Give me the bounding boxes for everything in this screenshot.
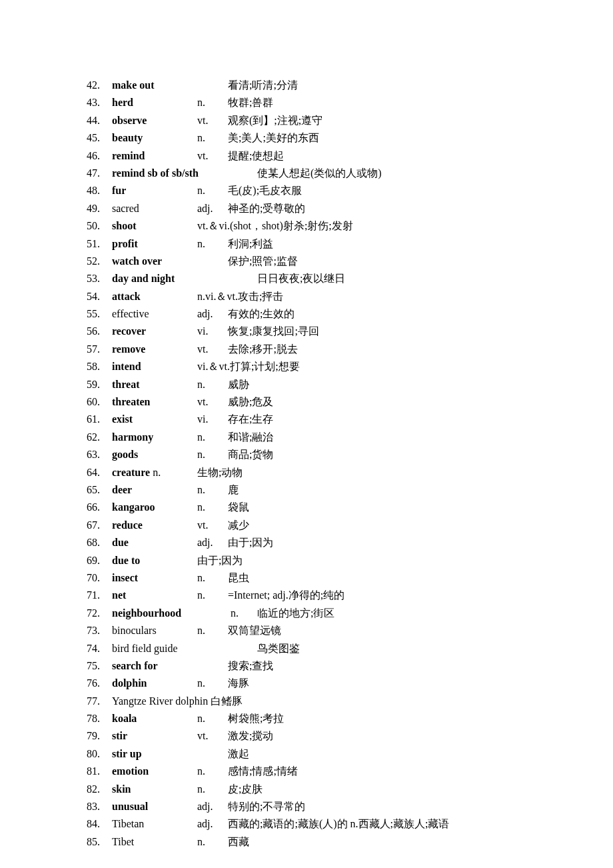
vocab-entry: 52.watch over保护;照管;监督 xyxy=(87,253,573,270)
entry-definition: 看清;听清;分清 xyxy=(228,77,298,94)
entry-number: 80. xyxy=(87,745,112,763)
entry-pos: n. xyxy=(197,376,228,393)
entry-word: threat xyxy=(112,376,197,393)
entry-number: 44. xyxy=(87,112,112,129)
entry-word: reduce xyxy=(112,517,197,534)
entry-number: 46. xyxy=(87,147,112,165)
entry-word: bird field guide xyxy=(112,640,231,657)
entry-definition: 观察(到】;注视;遵守 xyxy=(228,112,322,129)
vocabulary-list: 42.make out看清;听清;分清43.herdn.牧群;兽群44.obse… xyxy=(87,77,573,851)
entry-pos: n. xyxy=(197,94,228,111)
entry-number: 45. xyxy=(87,129,112,147)
entry-pos: n. xyxy=(197,182,228,199)
entry-pos: n. xyxy=(197,833,228,851)
entry-number: 50. xyxy=(87,217,112,235)
vocab-entry: 42.make out看清;听清;分清 xyxy=(87,77,573,94)
vocab-entry: 50.shootvt.＆vi.(shot，shot)射杀;射伤;发射 xyxy=(87,217,573,235)
vocab-entry: 56.recovervi.恢复;康复找回;寻回 xyxy=(87,323,573,340)
entry-definition: 鹿 xyxy=(228,481,239,499)
entry-number: 74. xyxy=(87,640,112,657)
entry-pos: n. xyxy=(197,622,228,639)
vocab-entry: 62.harmonyn.和谐;融治 xyxy=(87,429,573,446)
entry-word: intend xyxy=(112,358,197,375)
entry-number: 84. xyxy=(87,815,112,833)
entry-pos: n. xyxy=(197,481,228,499)
entry-definition: 树袋熊;考拉 xyxy=(228,710,284,727)
entry-word: goods xyxy=(112,446,197,463)
entry-number: 47. xyxy=(87,165,112,182)
entry-word: Tibet xyxy=(112,833,197,851)
entry-word: Yangtze River dolphin xyxy=(112,695,208,707)
entry-pos: n. xyxy=(197,675,228,692)
entry-definition: 利洞;利益 xyxy=(228,235,273,253)
entry-word: koala xyxy=(112,710,197,727)
entry-number: 58. xyxy=(87,358,112,375)
entry-number: 56. xyxy=(87,323,112,340)
entry-number: 75. xyxy=(87,657,112,675)
entry-word: kangaroo xyxy=(112,499,197,516)
entry-pos: n. xyxy=(197,763,228,780)
entry-pos: adj. xyxy=(197,815,228,833)
vocab-entry: 49.sacredadj.神圣的;受尊敬的 xyxy=(87,200,573,217)
entry-word: recover xyxy=(112,323,197,340)
vocab-entry: 85.Tibetn.西藏 xyxy=(87,833,573,851)
entry-definition: 白鳍豚 xyxy=(211,695,243,707)
entry-word: observe xyxy=(112,112,197,129)
entry-number: 62. xyxy=(87,429,112,446)
entry-word: creature n. xyxy=(112,464,197,481)
entry-number: 43. xyxy=(87,94,112,111)
entry-number: 63. xyxy=(87,446,112,463)
entry-number: 64. xyxy=(87,464,112,481)
entry-word: due xyxy=(112,534,197,551)
entry-definition: 由于;因为 xyxy=(228,534,273,551)
entry-pos: vi. xyxy=(197,411,228,428)
entry-definition: 生物;动物 xyxy=(197,464,243,481)
entry-definition: 激发;搅动 xyxy=(228,727,273,745)
entry-number: 81. xyxy=(87,763,112,780)
entry-number: 48. xyxy=(87,182,112,199)
entry-pos: vt. xyxy=(197,727,228,745)
vocab-entry: 65.deern.鹿 xyxy=(87,481,573,499)
entry-word: insect xyxy=(112,569,197,587)
vocab-entry: 59.threatn.威胁 xyxy=(87,376,573,393)
entry-definition: 鸟类图鉴 xyxy=(257,640,300,657)
entry-pos: n. xyxy=(197,429,228,446)
entry-number: 51. xyxy=(87,235,112,253)
vocab-entry: 70.insectn.昆虫 xyxy=(87,569,573,587)
entry-definition: 有效的;生效的 xyxy=(228,305,295,323)
entry-pos: vt. xyxy=(197,112,228,129)
entry-pos: vi. xyxy=(197,323,228,340)
vocab-entry: 66.kangaroon.袋鼠 xyxy=(87,499,573,516)
entry-number: 67. xyxy=(87,517,112,534)
entry-number: 79. xyxy=(87,727,112,745)
vocab-entry: 80.stir up激起 xyxy=(87,745,573,763)
entry-definition: 和谐;融治 xyxy=(228,429,273,446)
vocab-entry: 74.bird field guide鸟类图鉴 xyxy=(87,640,573,657)
entry-word: remove xyxy=(112,341,197,358)
entry-word: stir xyxy=(112,727,197,745)
entry-number: 49. xyxy=(87,200,112,217)
vocab-entry: 83.unusualadj.特别的;不寻常的 xyxy=(87,798,573,815)
entry-definition: 袋鼠 xyxy=(228,499,249,516)
vocab-entry: 63.goodsn.商品;货物 xyxy=(87,446,573,463)
entry-definition: =Internet; adj.净得的;纯的 xyxy=(228,587,344,604)
entry-definition: 感情;情感;情绪 xyxy=(228,763,298,780)
vocab-entry: 44.observevt.观察(到】;注视;遵守 xyxy=(87,112,573,129)
entry-word: shoot xyxy=(112,217,197,235)
entry-number: 59. xyxy=(87,376,112,393)
vocab-entry: 78.koalan.树袋熊;考拉 xyxy=(87,710,573,727)
entry-word: stir up xyxy=(112,745,197,763)
entry-number: 42. xyxy=(87,77,112,94)
entry-word: net xyxy=(112,587,197,604)
entry-definition: 神圣的;受尊敬的 xyxy=(228,200,305,217)
entry-definition: 特别的;不寻常的 xyxy=(228,798,305,815)
entry-word: search for xyxy=(112,657,197,675)
entry-definition: 商品;货物 xyxy=(228,446,273,463)
entry-definition: 西藏的;藏语的;藏族(人)的 n.西藏人;藏族人;藏语 xyxy=(228,815,449,833)
entry-number: 78. xyxy=(87,710,112,727)
vocab-entry: 77.Yangtze River dolphin 白鳍豚 xyxy=(87,693,573,710)
entry-word: Tibetan xyxy=(112,815,197,833)
entry-word: remind sb of sb/sth xyxy=(112,165,231,182)
entry-number: 65. xyxy=(87,481,112,499)
entry-definition: 激起 xyxy=(228,745,249,763)
